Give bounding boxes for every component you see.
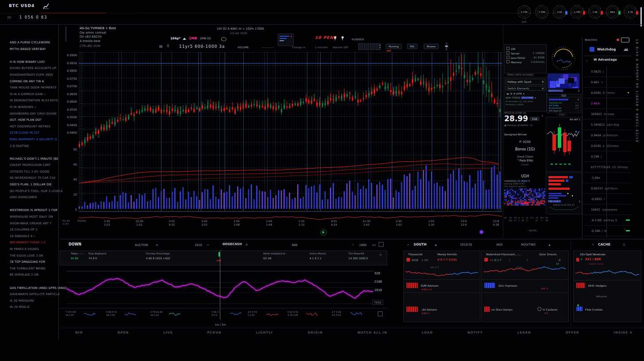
sidebar-link[interactable]: RING WARRANTY 4 SECURITY D bbox=[10, 138, 58, 144]
down-bottom-stat[interactable]: 4.7 0.024.0 0.02 bbox=[332, 311, 341, 317]
down-bottom-stat[interactable]: 0.78 41.4444 0.42 bbox=[150, 311, 162, 317]
gauge-widget[interactable]: 2.79 bbox=[623, 4, 639, 24]
footer-item[interactable]: WATCH ALL IN bbox=[357, 331, 387, 334]
sidebar-line bbox=[10, 150, 58, 157]
down-bottom-stat[interactable]: 4.0 0.745 0.45 bbox=[248, 311, 257, 317]
edit-icon[interactable]: ✎ bbox=[592, 243, 594, 246]
footer-item[interactable]: ORIGIN bbox=[308, 331, 323, 334]
footer-item[interactable]: LEARN bbox=[518, 331, 531, 334]
price-zone-icons-row[interactable]: ▦ Famous ◔ 40000 ¹ 8 bbox=[504, 124, 546, 127]
panel-icon[interactable] bbox=[378, 311, 383, 316]
pin-icon[interactable] bbox=[334, 36, 336, 38]
footer-item[interactable]: LIGHTLY bbox=[256, 331, 273, 334]
watchlist-title: Watchdog bbox=[597, 47, 616, 51]
switch-option[interactable]: Switch ElementsA bbox=[506, 86, 545, 91]
sort-icon[interactable]: ▲ bbox=[548, 243, 551, 246]
footer-item[interactable]: PCRUN bbox=[207, 331, 221, 334]
gauge-value: 1.02 bbox=[552, 11, 567, 13]
main-candlestick-chart[interactable] bbox=[79, 52, 502, 211]
scale-icon[interactable]: ⚖ bbox=[623, 243, 625, 246]
runner-label: RUNNER bbox=[352, 38, 364, 41]
browse-button[interactable]: Browse bbox=[424, 44, 439, 49]
down-menu-dogecash[interactable]: DOGECASH bbox=[222, 242, 242, 246]
down-bottom-stat[interactable]: 7:30 0.6544 0.55 bbox=[65, 311, 76, 317]
sidebar-link[interactable]: ZETB CLOSE-IN 207 bbox=[10, 131, 58, 138]
external-icon[interactable]: ↗ bbox=[352, 243, 354, 246]
gauge-widget[interactable]: 1,795 bbox=[570, 4, 586, 24]
south-h4[interactable]: NOO/TWO bbox=[521, 243, 536, 246]
watchlist-row[interactable]: 0.9454jyvbortzon bbox=[583, 130, 632, 141]
watchlist-group[interactable]: W Advantage bbox=[594, 58, 617, 61]
eye-icon[interactable] bbox=[221, 37, 226, 41]
play-badge[interactable] bbox=[320, 229, 327, 236]
undo-icon[interactable]: ↩ bbox=[207, 243, 209, 246]
down-menu-auction[interactable]: AUCTION bbox=[135, 243, 148, 247]
south-h2[interactable]: 2010/18 bbox=[460, 243, 472, 246]
footer-item[interactable]: LOAD bbox=[422, 331, 433, 334]
ticker-index: 20 bbox=[7, 16, 11, 19]
gauge-widget[interactable]: 7,799 bbox=[534, 4, 550, 24]
watchlist-row[interactable]: 2.45% bbox=[583, 98, 632, 109]
filter-icons-row[interactable]: ▬ ◔ ◔ 4PM ✦ bbox=[506, 92, 544, 95]
watchlist-row[interactable]: -0.0952r bbox=[583, 194, 632, 204]
running-button[interactable]: Running bbox=[386, 44, 402, 49]
rsi-button[interactable]: RSI bbox=[407, 44, 418, 49]
gear-icon[interactable]: ⚙ bbox=[245, 243, 248, 246]
footer-item[interactable]: INSIDE V bbox=[613, 331, 632, 334]
grid-icon[interactable]: ▤ bbox=[159, 44, 163, 48]
watchlist-row[interactable]: 0.298| bbox=[583, 151, 632, 162]
footer-item[interactable]: LIVE bbox=[163, 331, 172, 334]
sort-icon[interactable]: ▲ bbox=[435, 243, 437, 246]
footer-item[interactable]: NIO bbox=[75, 331, 83, 334]
watchlist-row[interactable]: 5.345822pain-dog bbox=[583, 119, 632, 130]
mini-legend-box[interactable] bbox=[278, 34, 294, 46]
dots-icon[interactable]: ⠿ bbox=[167, 44, 169, 48]
mountain-icon[interactable] bbox=[624, 47, 628, 51]
hotkey-option[interactable]: Hotkey with Spark9 bbox=[506, 79, 545, 84]
vertical-slider-icon[interactable] bbox=[446, 42, 447, 50]
gauge-widget[interactable]: 7.44 bbox=[587, 4, 603, 24]
time-axis-label: 1:551:30 bbox=[422, 219, 440, 227]
watchlist-row[interactable]: 0.05850-7mmv bbox=[583, 88, 632, 98]
timeframe-switch[interactable]: 1m | 5m bbox=[215, 323, 226, 326]
down-menu-600[interactable]: 600 bbox=[292, 243, 297, 247]
watchlist-row[interactable]: 0.465> bbox=[583, 77, 632, 88]
footer-item[interactable]: NOTIFY bbox=[468, 331, 483, 334]
gauge-widget[interactable]: 89m bbox=[605, 4, 621, 24]
gauge-widget[interactable]: 1.02 bbox=[552, 4, 568, 24]
panel-icon[interactable] bbox=[379, 242, 383, 247]
undo-icon[interactable]: ↩ bbox=[407, 243, 410, 246]
purple-dot-indicator[interactable] bbox=[480, 230, 483, 234]
gauge-widget[interactable]: 1,7391=5 bbox=[517, 4, 533, 24]
refresh-icon[interactable]: ⟳ bbox=[380, 253, 382, 256]
footer-item[interactable]: OFFER bbox=[566, 331, 579, 334]
mini-button-group[interactable] bbox=[358, 43, 380, 50]
cache-red: X21 | BBB bbox=[585, 257, 601, 261]
mid-tick: 81 bbox=[518, 217, 520, 222]
watchlist-row[interactable]: -4.3 0Dwrmray 9 bbox=[583, 215, 632, 226]
watchlist-expand-icon[interactable]: ⌄ bbox=[624, 227, 626, 230]
down-bottom-stat[interactable]: 0.98 0.7244 0.52 bbox=[106, 311, 117, 317]
scrollbar-thumb[interactable] bbox=[640, 7, 642, 27]
down-bottom-stat[interactable]: 7:31 A9 0.9 bbox=[211, 311, 218, 317]
watchlist-row[interactable]: 10452rypowwwa bbox=[583, 204, 632, 215]
pin-icon[interactable] bbox=[341, 36, 344, 38]
mini-vertical-slider[interactable] bbox=[65, 27, 66, 42]
collapse-icon[interactable]: ⌄ bbox=[586, 58, 588, 61]
window-button[interactable] bbox=[621, 38, 629, 42]
stepper-arrows-icon[interactable]: ▴▾ bbox=[380, 43, 381, 49]
watchlist-row[interactable]: -3.06e bbox=[583, 173, 632, 183]
ugh-note-2: the surprise widens bbox=[504, 185, 546, 188]
watchlist-row[interactable]: 3.5625| bbox=[583, 66, 632, 77]
down-bottom-stat[interactable]: 0.18 3.724.78 0.28 bbox=[288, 311, 298, 317]
down-menu-2010[interactable]: 2010 bbox=[195, 243, 202, 247]
record-icon[interactable] bbox=[617, 38, 619, 41]
why-these-row[interactable]: WHY THESE 4TH/TIME ▾ bbox=[506, 96, 545, 99]
gear-icon[interactable]: ⚙ bbox=[156, 243, 158, 246]
watchlist-row[interactable]: 305652m-swat bbox=[583, 109, 632, 119]
watchlist-row[interactable]: b7777779.03(2) 10mray bbox=[583, 162, 632, 173]
south-h3[interactable]: AGO bbox=[496, 243, 503, 246]
watchlist-row[interactable]: 0.0165+(01mmv bbox=[583, 141, 632, 151]
watchlist-row[interactable]: 0.00333pytchyvv bbox=[583, 183, 632, 194]
footer-item[interactable]: OPEN bbox=[117, 331, 129, 334]
